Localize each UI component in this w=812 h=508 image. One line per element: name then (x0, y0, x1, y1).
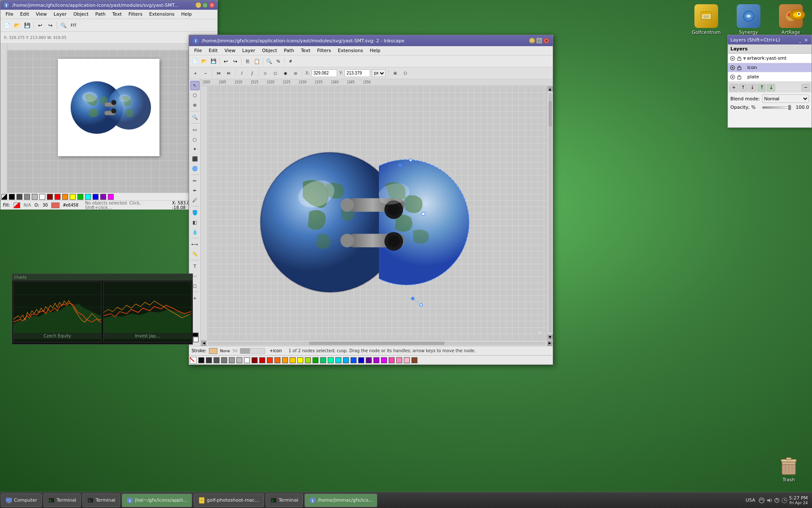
opacity-slider[interactable] (762, 106, 792, 109)
y-coord-input[interactable]: 213.379 (345, 69, 370, 77)
pal-brightred[interactable] (267, 357, 273, 363)
opacity-thumb[interactable] (788, 105, 791, 110)
menu-edit-1[interactable]: Edit (16, 11, 32, 18)
pal-green[interactable] (313, 357, 318, 363)
fill-color-1[interactable] (14, 202, 20, 208)
inkscape2-close[interactable]: × (543, 38, 549, 44)
swatch-orange[interactable] (62, 194, 68, 200)
tool-pencil[interactable]: ✏ (190, 176, 200, 185)
eye-icon-icon[interactable] (730, 65, 735, 71)
menu-file-1[interactable]: File (2, 11, 16, 18)
x-coord-input[interactable]: 329.062 (312, 69, 337, 77)
bg-color[interactable] (193, 337, 199, 342)
layer-delete-btn[interactable]: − (801, 84, 810, 91)
inkscape1-close[interactable]: × (209, 2, 215, 8)
swatch-darkgray[interactable] (16, 194, 22, 200)
tool-3d[interactable]: ⬛ (190, 154, 200, 163)
menu-layer-2[interactable]: Layer (239, 47, 259, 54)
menu-path-1[interactable]: Path (92, 11, 109, 18)
inkscape2-canvas[interactable]: ✛ (208, 86, 547, 340)
menu-filters-2[interactable]: Filters (314, 47, 335, 54)
tool-rect[interactable]: ▭ (190, 125, 200, 134)
menu-view-1[interactable]: View (33, 11, 50, 18)
pal-vlpink[interactable] (404, 357, 410, 363)
menu-extensions-2[interactable]: Extensions (335, 47, 367, 54)
pal-yellow[interactable] (297, 357, 303, 363)
tb1-save[interactable]: 💾 (22, 21, 32, 30)
menu-filters-1[interactable]: Filters (125, 11, 146, 18)
lock-icon-plate[interactable] (736, 74, 742, 80)
node-smooth[interactable]: ○ (271, 69, 280, 78)
inkscape1-canvas[interactable] (7, 50, 217, 193)
pal-purple[interactable] (366, 357, 372, 363)
tb1-open[interactable]: 📂 (12, 21, 22, 30)
layer-move-down-btn[interactable]: ↓ (748, 84, 757, 91)
swatch-red[interactable] (55, 194, 60, 200)
pal-gray[interactable] (214, 357, 219, 363)
lock-icon-icon[interactable] (736, 65, 742, 71)
pal-dblue[interactable] (358, 357, 364, 363)
node-symmetric[interactable]: ◉ (281, 69, 290, 78)
pal-black[interactable] (198, 357, 204, 363)
pal-darkgray[interactable] (206, 357, 212, 363)
tool-star[interactable]: ✦ (190, 144, 200, 154)
tb2-new[interactable]: 📄 (191, 57, 199, 66)
tray-power[interactable] (774, 497, 780, 503)
inkscape2-titlebar[interactable]: I /home/jimmac/gfx/icons/application-ico… (189, 35, 553, 46)
node-add[interactable]: + (191, 69, 200, 78)
pal-lpink[interactable] (396, 357, 402, 363)
pal-skyblue[interactable] (343, 357, 349, 363)
swatch-gray[interactable] (24, 194, 30, 200)
tb1-undo[interactable]: ↩ (36, 21, 45, 30)
swatch-darkred[interactable] (47, 194, 53, 200)
tool-tweak[interactable]: ⊕ (190, 100, 200, 110)
pal-brown[interactable] (411, 357, 417, 363)
snap-nodes[interactable]: ⊞ (390, 69, 400, 78)
tb1-zoom-fit[interactable]: FIT (69, 21, 78, 30)
tool-gradient[interactable]: ◧ (190, 218, 200, 227)
taskbar-terminal-2[interactable]: $_ Terminal (82, 494, 120, 507)
menu-layer-1[interactable]: Layer (50, 11, 70, 18)
tb2-copy[interactable]: ⎘ (243, 57, 252, 66)
tb2-open[interactable]: 📂 (200, 57, 208, 66)
hscroll-right[interactable]: ▶ (547, 341, 552, 346)
null-color-swatch[interactable] (190, 357, 197, 364)
swatch-purple[interactable] (100, 194, 106, 200)
menu-text-2[interactable]: Text (298, 47, 314, 54)
blender-icon-desktop[interactable] (785, 2, 810, 28)
show-outline[interactable]: ⬡ (401, 69, 410, 78)
hscroll-2[interactable]: ◀ ▶ (201, 340, 553, 346)
taskbar-terminal-1[interactable]: $_ Terminal (44, 494, 81, 507)
inkscape2-restore[interactable]: □ (536, 38, 542, 44)
pal-magenta[interactable] (381, 357, 387, 363)
swatch-magenta[interactable] (108, 194, 114, 200)
blend-mode-select[interactable]: Normal Multiply Screen Overlay Darken Li… (762, 94, 809, 103)
inkscape2-minimize[interactable]: _ (529, 38, 535, 44)
layer-row-artwork[interactable]: ▼ artwork:yast-smt (728, 54, 812, 63)
layer-move-up-btn[interactable]: ↑ (739, 84, 747, 91)
pal-pink[interactable] (389, 357, 395, 363)
menu-help-2[interactable]: Help (366, 47, 384, 54)
pal-dred[interactable] (252, 357, 258, 363)
pal-vlight[interactable] (236, 357, 242, 363)
vscroll-down[interactable]: ▼ (548, 334, 553, 340)
tb2-redo[interactable]: ↪ (231, 57, 239, 66)
layers-close[interactable]: × (803, 37, 809, 43)
layer-move-bottom-btn[interactable]: ⤓ (767, 84, 775, 91)
inkscape1-minimize[interactable]: _ (195, 2, 201, 8)
tool-spiral[interactable]: 🌀 (190, 164, 200, 173)
tool-bezier[interactable]: ✒ (190, 186, 200, 195)
taskbar-inkscape-2[interactable]: I /home/jimmac/gfx/ico... (304, 494, 377, 507)
tb2-zoom-in[interactable]: 🔍 (265, 57, 273, 66)
hscroll-left[interactable]: ◀ (201, 341, 206, 346)
inkscape1-maximize[interactable]: □ (202, 2, 208, 8)
vscroll-up[interactable]: ▲ (548, 86, 553, 91)
tool-bucket[interactable]: 🪣 (190, 208, 200, 217)
golfcentrum-icon[interactable]: Golfcentrum (689, 4, 723, 35)
tool-text[interactable]: T (190, 262, 200, 271)
pal-white[interactable] (244, 357, 250, 363)
tb1-redo[interactable]: ↪ (46, 21, 55, 30)
tool-ellipse[interactable]: ○ (190, 135, 200, 144)
menu-path-2[interactable]: Path (280, 47, 297, 54)
menu-edit-2[interactable]: Edit (205, 47, 221, 54)
